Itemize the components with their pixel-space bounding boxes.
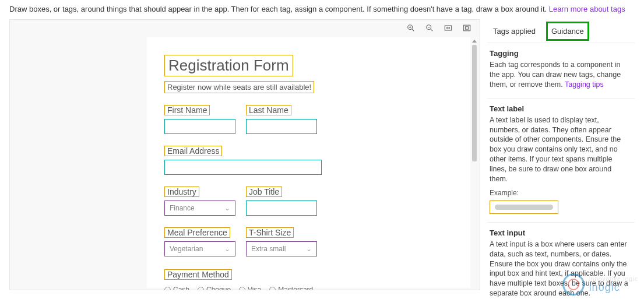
select-meal[interactable]: Vegetarian ⌄ (164, 241, 235, 256)
radio-icon (239, 287, 245, 290)
zoom-in-icon[interactable] (406, 23, 416, 33)
panel-tagging-title: Tagging (490, 49, 630, 58)
tab-tags-applied[interactable]: Tags applied (490, 23, 539, 39)
input-first-name[interactable] (164, 119, 235, 134)
select-tshirt-value: Extra small (251, 245, 286, 253)
scroll-thumb[interactable] (472, 45, 477, 161)
select-industry-value: Finance (170, 204, 195, 212)
tagging-tips-link[interactable]: Tagging tips (565, 80, 604, 89)
input-last-name[interactable] (246, 119, 317, 134)
label-payment[interactable]: Payment Method (164, 269, 232, 280)
select-meal-value: Vegetarian (170, 245, 203, 253)
placeholder-bar (495, 205, 553, 210)
instruction-bar: Draw boxes, or tags, around things that … (0, 0, 644, 19)
sidebar-tabs: Tags applied Guidance (487, 19, 635, 43)
fit-screen-icon[interactable] (462, 23, 471, 33)
svg-rect-9 (463, 25, 470, 31)
panel-text-label-body: A text label is used to display text, nu… (490, 115, 630, 184)
chevron-down-icon: ⌄ (224, 245, 230, 253)
panel-text-label-title: Text label (490, 104, 630, 113)
select-industry[interactable]: Finance ⌄ (164, 200, 235, 216)
label-meal[interactable]: Meal Preference (164, 227, 230, 238)
select-tshirt[interactable]: Extra small ⌄ (246, 241, 317, 256)
label-tshirt[interactable]: T-Shirt Size (246, 227, 294, 238)
form-title[interactable]: Registration Form (164, 55, 293, 76)
vertical-scrollbar[interactable] (470, 37, 478, 290)
panel-tagging: Tagging Each tag corresponds to a compon… (487, 43, 635, 98)
panel-text-input-body: A text input is a box where users can en… (490, 240, 630, 298)
example-label-1: Example: (490, 189, 630, 197)
radio-cheque[interactable]: Cheque (198, 286, 231, 290)
label-first-name[interactable]: First Name (164, 105, 210, 115)
svg-rect-10 (465, 27, 468, 29)
canvas-toolbar (10, 20, 480, 37)
label-job-title[interactable]: Job Title (246, 187, 282, 197)
example-text-label-box (490, 200, 558, 214)
guidance-sidebar: Tags applied Guidance Tagging Each tag c… (480, 19, 635, 290)
radio-cash[interactable]: Cash (164, 286, 189, 290)
input-email[interactable] (164, 160, 322, 175)
panel-text-input: Text input A text input is a box where u… (487, 222, 635, 299)
tab-guidance[interactable]: Guidance (546, 22, 589, 41)
radio-icon (164, 287, 171, 290)
canvas-area: Registration Form Register now while sea… (9, 19, 480, 290)
radio-icon (269, 287, 276, 290)
radio-visa[interactable]: Visa (239, 286, 261, 290)
learn-more-link[interactable]: Learn more about tags (549, 5, 625, 13)
label-last-name[interactable]: Last Name (246, 105, 291, 115)
label-email[interactable]: Email Address (164, 146, 222, 156)
label-industry[interactable]: Industry (164, 187, 199, 197)
scroll-up-icon (472, 40, 477, 43)
chevron-down-icon: ⌄ (224, 204, 230, 212)
svg-line-5 (431, 29, 433, 31)
input-job-title[interactable] (246, 200, 317, 216)
panel-text-label: Text label A text label is used to displ… (487, 98, 635, 222)
instruction-text: Draw boxes, or tags, around things that … (9, 5, 547, 13)
panel-text-input-title: Text input (490, 228, 630, 237)
radio-icon (198, 287, 204, 290)
zoom-out-icon[interactable] (425, 23, 434, 33)
chevron-down-icon: ⌄ (306, 245, 312, 253)
payment-options: Cash Cheque Visa Mastercard (164, 286, 313, 290)
fit-width-icon[interactable] (444, 23, 453, 33)
panel-tagging-body: Each tag corresponds to a component in t… (490, 60, 630, 90)
form-subtitle[interactable]: Register now while seats are still avail… (164, 81, 314, 93)
svg-line-1 (412, 29, 414, 31)
radio-mastercard[interactable]: Mastercard (269, 286, 313, 290)
form-sheet: Registration Form Register now while sea… (147, 37, 470, 288)
